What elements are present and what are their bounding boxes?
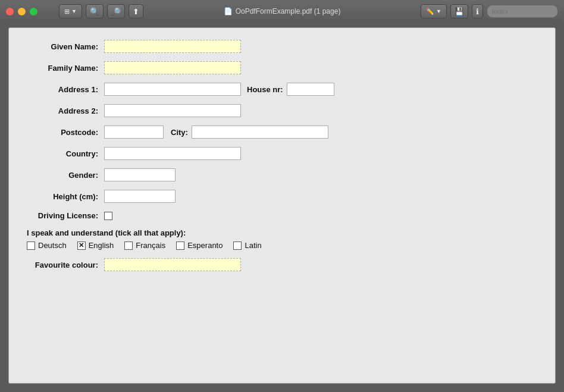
postcode-city-row: Postcode: City: [27,126,537,139]
save-button[interactable]: 💾 [450,4,468,18]
height-label: Height (cm): [27,192,104,201]
lang-deutsch: Deutsch [27,241,67,250]
lang-francais: Français [124,241,165,250]
window-controls [6,8,37,15]
francais-label: Français [136,241,165,250]
lang-latin: Latin [233,241,261,250]
pdf-content-area: Given Name: Family Name: Address 1: Hous… [8,27,556,384]
esperanto-checkbox[interactable] [176,242,184,250]
zoom-in-icon: 🔎 [111,7,121,16]
city-input[interactable] [192,126,328,139]
minimize-button[interactable] [18,8,26,15]
postcode-label: Postcode: [27,128,104,137]
latin-label: Latin [245,241,261,250]
city-label: City: [171,128,188,137]
english-label: English [89,241,114,250]
address1-input[interactable] [104,83,241,96]
favourite-colour-row: Favourite colour: [27,258,537,271]
dropdown-icon: ▼ [71,8,77,14]
height-row: Height (cm): [27,190,537,203]
driving-license-row: Driving License: [27,211,537,220]
driving-license-checkbox[interactable] [104,212,112,220]
info-icon: ℹ [476,7,479,16]
pencil-icon: ✏️ [426,8,434,15]
family-name-row: Family Name: [27,61,537,74]
maximize-button[interactable] [30,8,37,15]
gender-label: Gender: [27,171,104,180]
esperanto-label: Esperanto [187,241,223,250]
toolbar-right: ✏️ ▼ 💾 ℹ [421,4,558,18]
deutsch-label: Deutsch [38,241,67,250]
zoom-out-button[interactable]: 🔍 [86,4,104,18]
favourite-colour-label: Favourite colour: [27,261,104,269]
close-button[interactable] [6,8,14,15]
address2-row: Address 2: [27,104,537,117]
house-nr-label: House nr: [247,85,283,94]
search-input[interactable] [487,5,558,18]
gender-input[interactable] [104,168,176,181]
deutsch-checkbox[interactable] [27,242,35,250]
zoom-out-icon: 🔍 [90,7,99,16]
english-checkbox[interactable]: ✕ [77,242,86,250]
country-input[interactable] [104,147,241,160]
languages-section: I speak and understand (tick all that ap… [27,228,537,250]
driving-license-label: Driving License: [27,211,104,220]
given-name-label: Given Name: [27,42,104,51]
save-icon: 💾 [455,7,464,16]
pdf-icon: 📄 [224,7,233,15]
window-title: 📄 OoPdfFormExample.pdf (1 page) [224,7,341,15]
house-nr-input[interactable] [287,83,334,96]
postcode-input[interactable] [104,126,164,139]
view-toggle-button[interactable]: ⊞ ▼ [59,4,82,18]
edit-button[interactable]: ✏️ ▼ [421,4,447,18]
country-label: Country: [27,149,104,158]
toolbar-left: ⊞ ▼ 🔍 🔎 ⬆ [59,4,143,18]
languages-row: Deutsch ✕ English Français Esperanto Lat… [27,241,537,250]
address1-label: Address 1: [27,85,104,94]
address2-input[interactable] [104,104,241,117]
address2-label: Address 2: [27,106,104,115]
country-row: Country: [27,147,537,160]
given-name-input[interactable] [104,40,241,53]
view-icon: ⊞ [64,8,70,15]
family-name-input[interactable] [104,61,241,74]
lang-english: ✕ English [77,241,114,250]
share-icon: ⬆ [133,7,139,16]
latin-checkbox[interactable] [233,242,242,250]
gender-row: Gender: [27,168,537,181]
zoom-in-button[interactable]: 🔎 [107,4,125,18]
speak-label: I speak and understand (tick all that ap… [27,228,537,237]
title-bar: ⊞ ▼ 🔍 🔎 ⬆ 📄 OoPdfFormExample.pdf (1 page… [0,0,564,23]
share-button[interactable]: ⬆ [129,4,143,18]
family-name-label: Family Name: [27,64,104,73]
given-name-row: Given Name: [27,40,537,53]
francais-checkbox[interactable] [124,242,133,250]
lang-esperanto: Esperanto [176,241,223,250]
address1-row: Address 1: House nr: [27,83,537,96]
info-button[interactable]: ℹ [472,4,483,18]
height-input[interactable] [104,190,176,203]
favourite-colour-input[interactable] [104,258,241,271]
edit-dropdown-icon: ▼ [436,8,441,14]
